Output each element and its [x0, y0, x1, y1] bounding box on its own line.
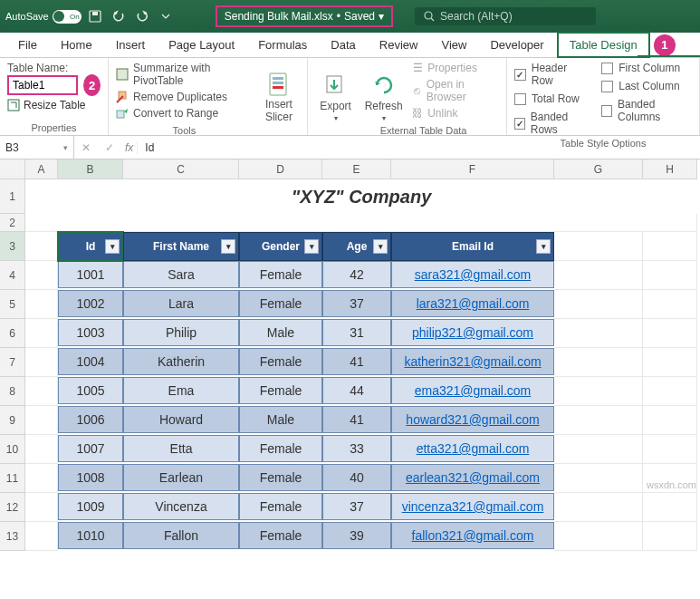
- tab-table-design[interactable]: Table Design: [557, 32, 650, 58]
- table-cell-id[interactable]: 1009: [58, 493, 123, 520]
- table-header-id[interactable]: Id▾: [58, 232, 123, 261]
- empty-cell[interactable]: [554, 406, 643, 435]
- table-cell-first[interactable]: Earlean: [123, 464, 239, 491]
- tab-data[interactable]: Data: [320, 34, 366, 56]
- table-cell-first[interactable]: Ema: [123, 377, 239, 404]
- table-name-input[interactable]: [7, 75, 78, 95]
- empty-cell[interactable]: [25, 290, 58, 319]
- col-header[interactable]: H: [643, 159, 697, 179]
- company-title[interactable]: "XYZ" Company: [25, 179, 697, 214]
- empty-cell[interactable]: [554, 290, 643, 319]
- empty-cell[interactable]: [25, 319, 58, 348]
- empty-cell[interactable]: [643, 348, 697, 377]
- col-header[interactable]: F: [391, 159, 554, 179]
- row-header[interactable]: 5: [0, 290, 25, 319]
- tab-home[interactable]: Home: [50, 34, 103, 56]
- select-all-corner[interactable]: [0, 159, 25, 179]
- table-cell-email[interactable]: lara321@gmail.com: [391, 290, 554, 317]
- table-cell-age[interactable]: 37: [322, 290, 391, 317]
- fx-icon[interactable]: fx: [121, 141, 137, 154]
- filter-dropdown-icon[interactable]: ▾: [105, 239, 120, 254]
- empty-cell[interactable]: [25, 377, 58, 406]
- remove-duplicates-button[interactable]: Remove Duplicates: [116, 91, 253, 103]
- empty-cell[interactable]: [554, 493, 643, 522]
- table-cell-first[interactable]: Fallon: [123, 522, 239, 549]
- empty-cell[interactable]: [643, 290, 697, 319]
- table-cell-id[interactable]: 1003: [58, 319, 123, 346]
- table-cell-gender[interactable]: Female: [239, 348, 322, 375]
- filter-dropdown-icon[interactable]: ▾: [221, 239, 235, 254]
- empty-cell[interactable]: [643, 522, 697, 551]
- col-header[interactable]: C: [123, 159, 239, 179]
- table-cell-first[interactable]: Katherin: [123, 348, 239, 375]
- empty-cell[interactable]: [643, 261, 697, 290]
- empty-cell[interactable]: [554, 435, 643, 464]
- undo-icon[interactable]: [109, 6, 129, 26]
- filename-box[interactable]: Sending Bulk Mail.xlsx • Saved ▾: [216, 5, 393, 27]
- tab-insert[interactable]: Insert: [105, 34, 157, 56]
- empty-cell[interactable]: [554, 464, 643, 493]
- first-col-check[interactable]: First Column: [601, 62, 692, 74]
- total-row-check[interactable]: Total Row: [514, 92, 590, 105]
- table-cell-age[interactable]: 39: [322, 522, 391, 549]
- tab-review[interactable]: Review: [369, 34, 429, 56]
- row-header[interactable]: 9: [0, 406, 25, 435]
- last-col-check[interactable]: Last Column: [601, 80, 692, 92]
- search-box[interactable]: Search (Alt+Q): [415, 7, 596, 25]
- table-cell-gender[interactable]: Female: [239, 464, 322, 491]
- table-cell-gender[interactable]: Female: [239, 261, 322, 288]
- header-row-check[interactable]: Header Row: [514, 62, 590, 87]
- row-header[interactable]: 2: [0, 214, 25, 232]
- empty-cell[interactable]: [25, 348, 58, 377]
- name-box[interactable]: B3 ▾: [0, 136, 74, 159]
- col-header[interactable]: B: [58, 159, 123, 179]
- table-cell-age[interactable]: 33: [322, 435, 391, 462]
- table-cell-id[interactable]: 1001: [58, 261, 123, 288]
- formula-content[interactable]: Id: [137, 141, 700, 154]
- tab-page-layout[interactable]: Page Layout: [158, 34, 245, 56]
- table-cell-gender[interactable]: Male: [239, 319, 322, 346]
- row-header[interactable]: 12: [0, 493, 25, 522]
- empty-cell[interactable]: [554, 319, 643, 348]
- qat-dropdown-icon[interactable]: [156, 6, 176, 26]
- save-icon[interactable]: [85, 6, 105, 26]
- row-header[interactable]: 3: [0, 232, 25, 261]
- row-header[interactable]: 4: [0, 261, 25, 290]
- enter-icon[interactable]: ✓: [98, 141, 121, 154]
- table-cell-id[interactable]: 1008: [58, 464, 123, 491]
- table-cell-first[interactable]: Howard: [123, 406, 239, 433]
- tab-developer[interactable]: Developer: [479, 34, 554, 56]
- empty-cell[interactable]: [643, 493, 697, 522]
- table-cell-email[interactable]: vincenza321@gmail.com: [391, 493, 554, 520]
- summarize-pivot-button[interactable]: Summarize with PivotTable: [116, 62, 253, 87]
- row-header[interactable]: 11: [0, 464, 25, 493]
- empty-cell[interactable]: [25, 406, 58, 435]
- table-cell-first[interactable]: Philip: [123, 319, 239, 346]
- table-cell-id[interactable]: 1006: [58, 406, 123, 433]
- table-cell-id[interactable]: 1010: [58, 522, 123, 549]
- insert-slicer-button[interactable]: Insert Slicer: [258, 62, 300, 133]
- table-cell-age[interactable]: 42: [322, 261, 391, 288]
- empty-cell[interactable]: [25, 435, 58, 464]
- autosave-control[interactable]: AutoSave On: [5, 10, 82, 24]
- empty-cell[interactable]: [554, 522, 643, 551]
- table-cell-email[interactable]: earlean321@gmail.com: [391, 464, 554, 491]
- table-cell-id[interactable]: 1007: [58, 435, 123, 462]
- table-cell-gender[interactable]: Female: [239, 290, 322, 317]
- banded-rows-check[interactable]: Banded Rows: [514, 111, 590, 136]
- table-header-email[interactable]: Email Id▾: [391, 232, 554, 261]
- table-cell-first[interactable]: Vincenza: [123, 493, 239, 520]
- table-header-firstname[interactable]: First Name▾: [123, 232, 239, 261]
- row-header[interactable]: 10: [0, 435, 25, 464]
- table-cell-gender[interactable]: Female: [239, 522, 322, 549]
- table-cell-age[interactable]: 44: [322, 377, 391, 404]
- filter-dropdown-icon[interactable]: ▾: [373, 239, 388, 254]
- table-cell-email[interactable]: sara321@gmail.com: [391, 261, 554, 288]
- empty-cell[interactable]: [25, 214, 697, 232]
- resize-table-button[interactable]: Resize Table: [7, 99, 101, 111]
- empty-cell[interactable]: [25, 522, 58, 551]
- col-header[interactable]: E: [322, 159, 391, 179]
- empty-cell[interactable]: [643, 406, 697, 435]
- table-cell-email[interactable]: fallon321@gmail.com: [391, 522, 554, 549]
- empty-cell[interactable]: [554, 232, 643, 261]
